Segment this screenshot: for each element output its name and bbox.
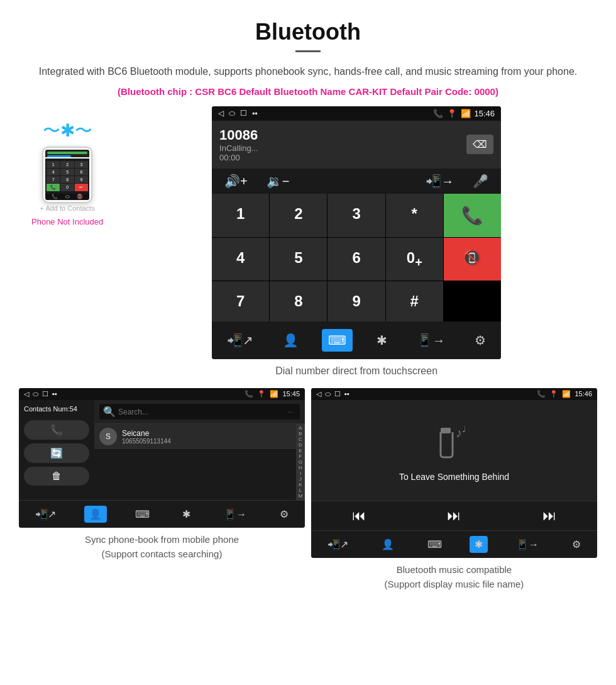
pb-main-content: Contacts Num:54 📞 🔄 🗑 🔍 ← — [19, 400, 305, 500]
ms-nav-settings[interactable]: ⚙ — [567, 536, 586, 553]
pb-home-icon: ⬭ — [33, 390, 38, 398]
calling-status: InCalling... — [219, 143, 343, 153]
music-screen-wrap: ◁ ⬭ ☐ ▪▪ 📞 📍 📶 15:46 — [311, 388, 597, 591]
nav-contacts[interactable]: 👤 — [277, 329, 305, 352]
pb-side-buttons: Contacts Num:54 📞 🔄 🗑 — [19, 400, 94, 500]
pb-nav-keypad[interactable]: ⌨ — [130, 506, 155, 523]
volume-down-button[interactable]: 🔉− — [267, 174, 290, 189]
key-3[interactable]: 3 — [327, 194, 385, 237]
contacts-count: Contacts Num:54 — [24, 405, 89, 413]
key-2[interactable]: 2 — [270, 194, 327, 237]
pb-nav-bt[interactable]: ✱ — [177, 506, 195, 523]
music-caption: Bluetooth music compatible (Support disp… — [311, 563, 597, 591]
header-description: Integrated with BC6 Bluetooth module, su… — [38, 64, 578, 80]
ms-album-art-area: ♪ ♩ To Leave Something Behind — [311, 400, 597, 501]
pb-search-box[interactable]: 🔍 ← — [99, 404, 300, 420]
call-button[interactable]: 📞 — [444, 194, 501, 237]
add-contacts-label: + Add to Contacts — [40, 204, 95, 212]
volume-up-button[interactable]: 🔊+ — [224, 174, 248, 189]
location-icon: 📍 — [447, 109, 457, 118]
nav-phone-transfer[interactable]: 📱→ — [410, 329, 451, 352]
ms-call-icon: 📞 — [537, 390, 546, 398]
contact-avatar: S — [99, 428, 117, 445]
ms-nav-contacts[interactable]: 👤 — [377, 536, 399, 553]
contact-number: 10655059113144 — [122, 438, 171, 445]
key-4[interactable]: 4 — [212, 238, 269, 281]
pb-nav-bar: 📲↗ 👤 ⌨ ✱ 📱→ ⚙ — [19, 500, 305, 528]
nav-settings[interactable]: ⚙ — [468, 329, 492, 352]
nav-keypad[interactable]: ⌨ — [322, 329, 353, 352]
main-section: 〜✱〜 1 2 3 4 5 6 7 8 9 📞 0 — [0, 106, 616, 389]
dial-status-bar: ◁ ⬭ ☐ ▪▪ 📞 📍 📶 15:46 — [212, 106, 501, 121]
pb-recents-icon: ☐ — [42, 390, 48, 398]
key-star[interactable]: * — [386, 194, 443, 237]
phone-device-section: 〜✱〜 1 2 3 4 5 6 7 8 9 📞 0 — [19, 106, 116, 239]
dial-number-area: 10086 InCalling... 00:00 — [219, 127, 343, 162]
contact-info: Seicane 10655059113144 — [122, 429, 171, 445]
pb-status-right: 📞 📍 📶 15:45 — [245, 390, 300, 398]
svg-text:♩: ♩ — [462, 426, 466, 434]
dial-display-area: 10086 InCalling... 00:00 ⌫ — [212, 121, 501, 169]
phone-device-image: 1 2 3 4 5 6 7 8 9 📞 0 ↩ 📞 ⬭ 📵 — [42, 147, 92, 203]
ms-next-button[interactable]: ⏭ — [542, 508, 556, 524]
end-call-button[interactable]: 📵 — [444, 238, 501, 281]
pb-delete-action[interactable]: 🗑 — [24, 467, 89, 486]
back-icon: ◁ — [218, 109, 224, 118]
music-screen: ◁ ⬭ ☐ ▪▪ 📞 📍 📶 15:46 — [311, 388, 597, 558]
mic-button[interactable]: 🎤 — [473, 174, 488, 189]
backspace-button[interactable]: ⌫ — [466, 135, 493, 154]
phone-not-included-label: Phone Not Included — [31, 217, 103, 226]
pb-call-action[interactable]: 📞 — [24, 420, 89, 440]
time-display: 15:46 — [475, 109, 495, 118]
transfer-button[interactable]: 📲→ — [426, 174, 454, 189]
svg-text:♪: ♪ — [456, 426, 462, 440]
pb-search-input[interactable] — [118, 408, 283, 416]
ms-status-right: 📞 📍 📶 15:46 — [537, 390, 592, 398]
key-1[interactable]: 1 — [212, 194, 269, 237]
pb-sync-action[interactable]: 🔄 — [24, 443, 89, 463]
song-title: To Leave Something Behind — [399, 472, 509, 482]
key-6[interactable]: 6 — [327, 238, 385, 281]
key-7[interactable]: 7 — [212, 281, 269, 321]
ms-wifi-icon: 📶 — [562, 390, 571, 398]
main-screen-caption: Dial number direct from touchscreen — [275, 365, 437, 377]
status-right: 📞 📍 📶 15:46 — [433, 109, 495, 118]
key-0plus[interactable]: 0+ — [386, 238, 443, 281]
key-9[interactable]: 9 — [327, 281, 385, 321]
pb-alphabet-list: A B C D E F G H I J K L M — [296, 424, 305, 500]
pb-nav-phone[interactable]: 📱→ — [219, 506, 251, 523]
key-8[interactable]: 8 — [270, 281, 327, 321]
header-specs: (Bluetooth chip : CSR BC6 Default Blueto… — [38, 86, 578, 97]
music-caption-line1: Bluetooth music compatible — [397, 564, 512, 575]
main-dial-wrapper: ◁ ⬭ ☐ ▪▪ 📞 📍 📶 15:46 10086 InCalling... — [116, 106, 597, 389]
bluetooth-waves-icon: 〜✱〜 — [43, 119, 92, 143]
home-icon: ⬭ — [229, 109, 235, 118]
ms-prev-button[interactable]: ⏮ — [352, 508, 366, 524]
pb-contact-list: S Seicane 10655059113144 — [94, 424, 296, 500]
ms-status-left: ◁ ⬭ ☐ ▪▪ — [316, 390, 349, 398]
ms-nav-bt[interactable]: ✱ — [470, 536, 488, 553]
pb-nav-transfer[interactable]: 📲↗ — [30, 506, 61, 523]
phonebook-screen: ◁ ⬭ ☐ ▪▪ 📞 📍 📶 15:45 Contacts Num:54 📞 — [19, 388, 305, 528]
key-5[interactable]: 5 — [270, 238, 327, 281]
ms-nav-transfer[interactable]: 📲↗ — [322, 536, 353, 553]
pb-clear-icon[interactable]: ← — [286, 406, 296, 418]
volume-controls-row: 🔊+ 🔉− 📲→ 🎤 — [212, 169, 501, 194]
ms-nav-phone[interactable]: 📱→ — [511, 536, 544, 553]
pb-search-header: 🔍 ← — [94, 400, 305, 424]
status-left: ◁ ⬭ ☐ ▪▪ — [218, 109, 258, 118]
ms-play-next-button[interactable]: ⏭ — [447, 508, 461, 524]
ms-signal-icon: ▪▪ — [344, 390, 349, 398]
pb-nav-settings[interactable]: ⚙ — [275, 506, 294, 523]
pb-back-icon: ◁ — [24, 390, 29, 398]
key-hash[interactable]: # — [386, 281, 443, 321]
phonebook-caption-line1: Sync phone-book from mobile phone — [85, 534, 239, 545]
ms-nav-keypad[interactable]: ⌨ — [422, 536, 447, 553]
pb-contact-item[interactable]: S Seicane 10655059113144 — [94, 424, 296, 450]
pb-status-left: ◁ ⬭ ☐ ▪▪ — [24, 390, 57, 398]
title-underline — [295, 50, 321, 52]
nav-bluetooth[interactable]: ✱ — [370, 329, 393, 352]
pb-nav-contacts[interactable]: 👤 — [84, 506, 107, 523]
dial-phone-screen: ◁ ⬭ ☐ ▪▪ 📞 📍 📶 15:46 10086 InCalling... — [212, 106, 501, 360]
nav-transfer[interactable]: 📲↗ — [221, 329, 260, 352]
